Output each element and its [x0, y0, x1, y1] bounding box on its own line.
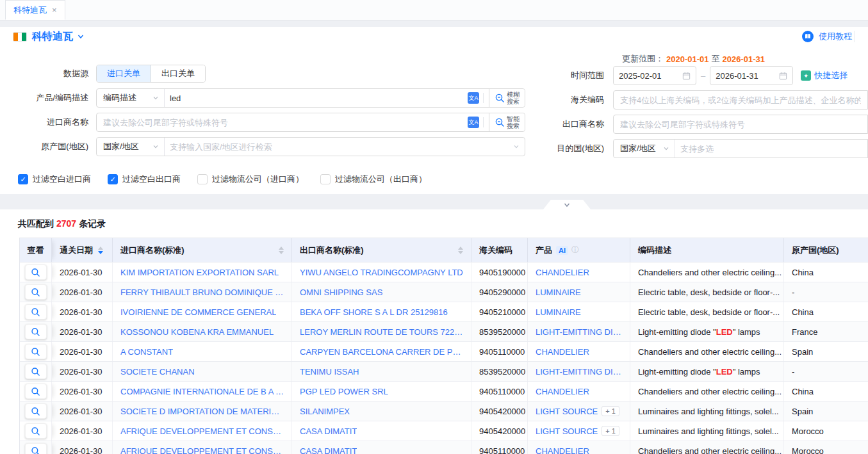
importer-name-input[interactable]	[97, 113, 468, 131]
checkbox-unchecked-icon[interactable]	[320, 174, 331, 184]
origin-country-input[interactable]	[165, 138, 513, 156]
quick-select-button[interactable]: ✦ 快捷选择	[801, 70, 848, 81]
exporter-link[interactable]: LEROY MERLIN ROUTE DE TOURS 72230 M	[300, 327, 463, 337]
view-detail-button[interactable]	[25, 324, 47, 339]
fuzzy-search-button[interactable]: 模糊搜索	[489, 89, 525, 107]
importer-link[interactable]: FERRY THIBAULT BRUNO DOMINIQUE THO...	[120, 288, 284, 297]
importer-link[interactable]: AFRIQUE DEVELOPPEMENT ET CONSTRUCT...	[120, 426, 284, 436]
code-desc-cell: Electric table, desk, bedside or floor-.…	[630, 302, 784, 321]
column-header-importer[interactable]: 进口商名称(标准)	[113, 238, 292, 262]
exporter-cell: OMNI SHIPPING SAS	[292, 282, 471, 302]
clearance-date-cell: 2026-01-30	[52, 421, 113, 441]
tutorial-icon	[802, 31, 814, 42]
filter-checkbox[interactable]: ✓过滤空白进口商	[18, 174, 91, 185]
info-circle-icon[interactable]: ⓘ	[571, 245, 579, 255]
sort-icon[interactable]	[98, 247, 103, 254]
exporter-link[interactable]: SILANIMPEX	[300, 407, 350, 416]
view-detail-button[interactable]	[25, 403, 47, 419]
translate-icon[interactable]: 文A	[468, 117, 479, 128]
view-detail-button[interactable]	[25, 364, 47, 379]
product-link[interactable]: LIGHT-EMITTING DIODE	[536, 367, 622, 377]
start-date-picker[interactable]: 2025-02-01	[613, 66, 696, 85]
importer-link[interactable]: IVOIRIENNE DE COMMERCE GENERAL	[120, 307, 276, 317]
smart-search-button[interactable]: 智能搜索	[489, 113, 525, 131]
view-detail-button[interactable]	[25, 264, 47, 280]
column-header-desc: 编码描述	[630, 238, 784, 262]
product-link[interactable]: CHANDELIER	[536, 268, 589, 277]
checkbox-unchecked-icon[interactable]	[197, 174, 208, 184]
view-cell	[20, 282, 52, 302]
origin-country-cell: China	[784, 302, 868, 321]
chevron-down-icon	[152, 143, 159, 150]
importer-link[interactable]: SOCIETE CHANAN	[120, 367, 195, 377]
checkbox-label: 过滤空白进口商	[33, 174, 91, 185]
sort-icon[interactable]	[458, 247, 463, 254]
end-date-picker[interactable]: 2026-01-31	[710, 66, 793, 85]
sort-icon[interactable]	[279, 247, 284, 254]
importer-link[interactable]: AFRIQUE DEVELOPPEMENT ET CONSTRUCT...	[120, 446, 284, 454]
destination-country-select[interactable]: 国家/地区	[614, 140, 675, 158]
export-declarations-option[interactable]: 出口关单	[151, 65, 205, 82]
product-desc-input[interactable]	[165, 89, 468, 107]
translate-icon[interactable]: 文A	[468, 92, 479, 104]
exporter-link[interactable]: CASA DIMATIT	[300, 426, 357, 436]
origin-country-select[interactable]: 国家/地区	[97, 138, 165, 156]
collapse-filter-handle[interactable]	[543, 200, 591, 209]
hs-code-input[interactable]	[620, 95, 861, 105]
product-cell: CHANDELIER	[528, 441, 630, 454]
exporter-link[interactable]: OMNI SHIPPING SAS	[300, 288, 382, 297]
filter-checkbox[interactable]: ✓过滤空白出口商	[108, 174, 181, 185]
chevron-down-icon	[663, 145, 669, 152]
product-cell: CHANDELIER	[528, 342, 630, 361]
importer-link[interactable]: KIM IMPORTATION EXPORTATION SARL	[120, 268, 279, 277]
exporter-name-input[interactable]	[620, 120, 861, 129]
exporter-link[interactable]: CARPYEN BARCELONA CARRER DE PERE IV	[300, 347, 463, 357]
product-link[interactable]: CHANDELIER	[536, 446, 589, 454]
checkbox-checked-icon[interactable]: ✓	[108, 174, 118, 184]
update-range-to: 2026-01-31	[723, 54, 766, 64]
product-link[interactable]: LUMINAIRE	[536, 288, 581, 297]
product-link[interactable]: LIGHT SOURCE	[536, 407, 598, 416]
tutorial-link[interactable]: 使用教程	[819, 31, 852, 42]
view-detail-button[interactable]	[25, 443, 47, 454]
filter-checkbox[interactable]: 过滤物流公司（出口商）	[320, 174, 427, 185]
hs-code-cell: 9405110000	[471, 441, 528, 454]
view-detail-button[interactable]	[25, 423, 47, 439]
view-detail-button[interactable]	[25, 304, 47, 320]
importer-link[interactable]: SOCIETE D IMPORTATION DE MATERIAUX E...	[120, 407, 284, 416]
importer-link[interactable]: COMPAGNIE INTERNATIONALE DE B A T E R	[120, 387, 284, 396]
destination-country-input[interactable]	[675, 140, 867, 158]
product-link[interactable]: LUMINAIRE	[536, 307, 581, 317]
exporter-link[interactable]: YIWU ANGELO TRADINGCOMPAGNY LTD	[300, 268, 463, 277]
product-more-badge[interactable]: + 1	[602, 426, 619, 436]
view-detail-button[interactable]	[25, 384, 47, 399]
view-detail-button[interactable]	[25, 284, 47, 300]
checkbox-checked-icon[interactable]: ✓	[18, 174, 28, 184]
exporter-link[interactable]: PGP LED POWER SRL	[300, 387, 388, 396]
close-icon[interactable]: ×	[52, 6, 57, 14]
product-more-badge[interactable]: + 1	[602, 406, 619, 416]
product-link[interactable]: LIGHT SOURCE	[536, 426, 598, 436]
exporter-link[interactable]: BEKA OFF SHORE S A L DR 25129816	[300, 307, 448, 317]
hs-code-cell: 9405420000	[471, 421, 528, 441]
date-range-dash: –	[701, 71, 705, 81]
view-detail-button[interactable]	[25, 344, 47, 359]
importer-link[interactable]: A CONSTANT	[120, 347, 173, 357]
clearance-date-cell: 2026-01-30	[52, 282, 113, 302]
column-header-exporter[interactable]: 出口商名称(标准)	[292, 238, 471, 262]
column-header-date[interactable]: 通关日期	[52, 238, 113, 262]
exporter-cell: LEROY MERLIN ROUTE DE TOURS 72230 M	[292, 322, 471, 341]
exporter-link[interactable]: CASA DIMATIT	[300, 446, 357, 454]
importer-cell: SOCIETE CHANAN	[113, 362, 292, 381]
product-link[interactable]: CHANDELIER	[536, 347, 589, 357]
chevron-down-icon[interactable]	[77, 33, 85, 40]
product-desc-select[interactable]: 编码描述	[97, 89, 165, 107]
exporter-link[interactable]: TENIMU ISSAH	[300, 367, 359, 377]
product-link[interactable]: CHANDELIER	[536, 387, 589, 396]
view-cell	[20, 322, 52, 341]
tab-cote-divoire[interactable]: 科特迪瓦 ×	[5, 0, 65, 20]
importer-link[interactable]: KOSSONOU KOBENA KRA EMMANUEL	[120, 327, 274, 337]
import-declarations-option[interactable]: 进口关单	[97, 65, 151, 82]
filter-checkbox[interactable]: 过滤物流公司（进口商）	[197, 174, 304, 185]
product-link[interactable]: LIGHT-EMITTING DIODE	[536, 327, 622, 337]
